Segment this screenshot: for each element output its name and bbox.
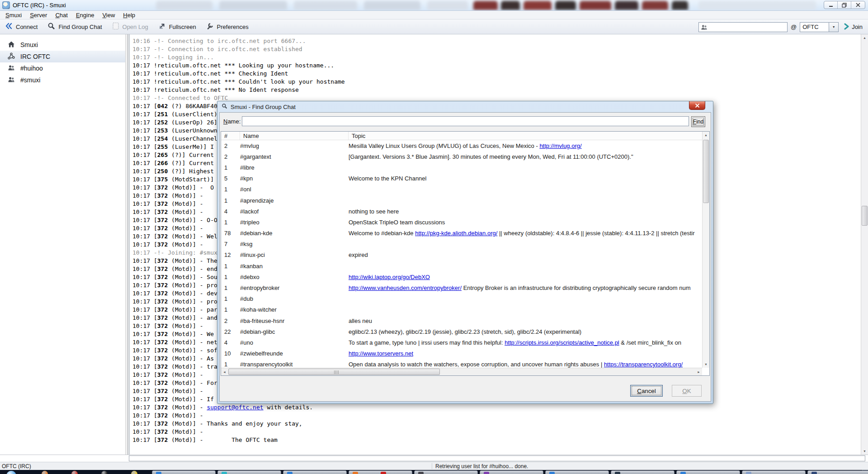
table-row[interactable]: 1#dub bbox=[221, 294, 702, 304]
chat-line: 10:17 [372 (Motd)] - bbox=[132, 428, 861, 436]
column-header-topic[interactable]: Topic bbox=[349, 132, 702, 140]
menu-help[interactable]: Help bbox=[119, 11, 139, 19]
topic-link[interactable]: http://scripts.irssi.org/scripts/active_… bbox=[505, 339, 619, 346]
table-row[interactable]: 1#entropybrokerhttp://www.vanheusden.com… bbox=[221, 282, 702, 293]
table-row[interactable]: 1#kanban bbox=[221, 261, 702, 271]
dialog-titlebar[interactable]: Smuxi - Find Group Chat bbox=[217, 101, 713, 112]
window-title: OFTC (IRC) - Smuxi bbox=[13, 0, 66, 10]
fullscreen-button[interactable]: Fullscreen bbox=[153, 21, 201, 33]
taskbar-icon[interactable] bbox=[42, 471, 48, 474]
table-row[interactable]: 4#unoTo start a game, type !uno | irssi … bbox=[221, 337, 702, 348]
at-symbol: @ bbox=[791, 24, 797, 30]
table-row[interactable]: 1#transparencytoolkitOpen data analysis … bbox=[221, 359, 702, 368]
taskbar-app-button[interactable] bbox=[742, 470, 806, 474]
menu-chat[interactable]: Chat bbox=[51, 11, 71, 19]
taskbar-icon[interactable] bbox=[131, 471, 137, 474]
table-row[interactable]: 1#koha-witcher bbox=[221, 304, 702, 315]
statusbar-message: Retrieving user list for #huihoo... done… bbox=[435, 463, 528, 469]
topic-link[interactable]: http://www.torservers.net bbox=[349, 350, 413, 357]
topic-link[interactable]: http://www.vanheusden.com/entropybroker/ bbox=[349, 284, 462, 291]
scroll-up-icon[interactable]: ▲ bbox=[861, 34, 868, 41]
join-channel-input[interactable] bbox=[698, 22, 788, 32]
dialog-close-button[interactable] bbox=[689, 101, 705, 110]
background-window-fragment bbox=[156, 1, 212, 10]
ok-button[interactable]: OK bbox=[672, 385, 702, 397]
taskbar-icon[interactable] bbox=[101, 471, 108, 474]
table-row[interactable]: 1#libre bbox=[221, 162, 702, 173]
topic-link[interactable]: http://mvlug.org/ bbox=[539, 142, 581, 149]
sidebar-item-smuxi[interactable]: #smuxi bbox=[0, 74, 125, 86]
table-row[interactable]: 1#aprendizaje bbox=[221, 195, 702, 206]
taskbar-app-button[interactable] bbox=[807, 470, 868, 474]
table-horizontal-scrollbar[interactable]: ◄ ► bbox=[221, 368, 702, 375]
network-icon bbox=[8, 52, 15, 61]
table-row[interactable]: 10#zwiebelfreundehttp://www.torservers.n… bbox=[221, 348, 702, 359]
taskbar-app-button[interactable] bbox=[152, 470, 216, 474]
taskbar-app-button[interactable] bbox=[676, 470, 740, 474]
topic-link[interactable]: http://pkg-kde.alioth.debian.org/ bbox=[415, 230, 497, 237]
connect-button[interactable]: Connect bbox=[0, 21, 42, 33]
close-window-button[interactable] bbox=[851, 1, 865, 9]
taskbar-app-button[interactable] bbox=[349, 470, 412, 474]
taskbar-app-button[interactable] bbox=[283, 470, 347, 474]
cancel-button[interactable]: Cancel bbox=[630, 385, 663, 397]
open-log-button[interactable]: Open Log bbox=[107, 21, 153, 33]
sidebar-item-huihoo[interactable]: #huihoo bbox=[0, 62, 125, 74]
network-combobox[interactable]: OFTC ▼ bbox=[800, 22, 839, 32]
taskbar-app-button[interactable] bbox=[611, 470, 675, 474]
start-orb[interactable] bbox=[6, 471, 16, 474]
scroll-up-icon[interactable]: ▲ bbox=[703, 132, 709, 138]
menubar: SmuxiServerChatEngineViewHelp bbox=[0, 11, 868, 19]
table-row[interactable]: 2#mvlugMesilla Valley Linux Users Group … bbox=[221, 140, 702, 151]
preferences-button[interactable]: Preferences bbox=[201, 21, 254, 33]
message-entry-input[interactable] bbox=[129, 455, 865, 461]
table-row[interactable]: 22#debian-glibceglibc/2.13 (wheezy), gli… bbox=[221, 326, 702, 337]
table-hscrollbar-thumb[interactable] bbox=[228, 369, 440, 375]
scroll-down-icon[interactable]: ▼ bbox=[703, 361, 709, 368]
table-row[interactable]: 2#ba-friteuse-hsnralles neu bbox=[221, 315, 702, 326]
sidebar-item-irc-oftc[interactable]: IRC OFTC bbox=[0, 51, 125, 62]
topic-link[interactable]: https://transparencytoolkit.org/ bbox=[604, 361, 683, 368]
menu-server[interactable]: Server bbox=[26, 11, 51, 19]
scroll-left-icon[interactable]: ◄ bbox=[221, 368, 228, 375]
table-row[interactable]: 1#debxohttp://wiki.laptop.org/go/DebXO bbox=[221, 271, 702, 282]
connect-icon bbox=[5, 22, 13, 31]
table-row[interactable]: 78#debian-kdeWelcome to #debian-kde http… bbox=[221, 228, 702, 239]
scroll-right-icon[interactable]: ► bbox=[695, 368, 702, 375]
column-header-name[interactable]: Name bbox=[240, 132, 349, 140]
menu-view[interactable]: View bbox=[98, 11, 119, 19]
topic-link[interactable]: http://wiki.laptop.org/go/DebXO bbox=[349, 274, 430, 280]
wrench-icon bbox=[206, 22, 214, 31]
menu-smuxi[interactable]: Smuxi bbox=[1, 11, 26, 19]
find-button[interactable]: Find bbox=[691, 116, 705, 127]
taskbar-app-button[interactable] bbox=[217, 470, 281, 474]
table-vertical-scrollbar[interactable]: ▲ ▼ bbox=[702, 132, 709, 368]
menu-engine[interactable]: Engine bbox=[72, 11, 98, 19]
table-row[interactable]: 7#ksg bbox=[221, 239, 702, 250]
table-row[interactable]: 1#tripleoOpenStack TripleO team discussi… bbox=[221, 217, 702, 228]
table-scrollbar-thumb[interactable] bbox=[703, 140, 709, 203]
taskbar-icon[interactable] bbox=[71, 471, 78, 474]
table-row[interactable]: 1#onl bbox=[221, 184, 702, 195]
table-row[interactable]: 5#kpnWelcome to the KPN Channel bbox=[221, 173, 702, 184]
find-group-chat-button[interactable]: Find Group Chat bbox=[42, 21, 107, 33]
scroll-down-icon[interactable]: ▼ bbox=[861, 448, 868, 455]
chat-scrollbar-thumb[interactable] bbox=[862, 206, 868, 226]
chat-link[interactable]: support@oftc.net bbox=[207, 404, 263, 411]
join-button[interactable]: Join bbox=[842, 23, 864, 31]
chat-scrollbar[interactable]: ▲ ▼ bbox=[861, 34, 868, 455]
chevron-down-icon[interactable]: ▼ bbox=[829, 22, 839, 32]
minimize-button[interactable] bbox=[824, 1, 838, 9]
taskbar-app-button[interactable] bbox=[414, 470, 478, 474]
table-row[interactable]: 2#gargantext[Gargantext. Versions 3.* Bl… bbox=[221, 151, 702, 162]
taskbar-app-button[interactable] bbox=[480, 470, 543, 474]
table-row[interactable]: 12#linux-pciexpired bbox=[221, 250, 702, 261]
column-header-num[interactable]: # bbox=[221, 132, 240, 140]
group-name-input[interactable] bbox=[242, 116, 689, 126]
taskbar-app-button[interactable] bbox=[545, 470, 609, 474]
table-row[interactable]: 4#lackofnothing to see here bbox=[221, 206, 702, 217]
sidebar-item-smuxi[interactable]: Smuxi bbox=[0, 39, 125, 51]
background-window-fragment bbox=[672, 1, 688, 10]
search-icon bbox=[47, 22, 55, 31]
restore-button[interactable] bbox=[838, 1, 851, 9]
